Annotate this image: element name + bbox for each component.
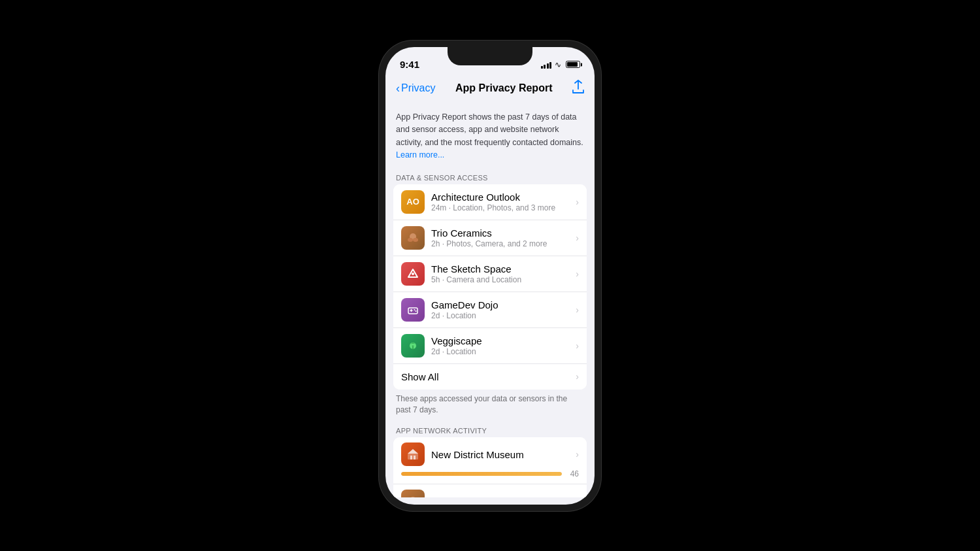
app-info: Trio Ceramics 2h · Photos, Camera, and 2…: [431, 227, 573, 248]
app-icon-ao: AO: [401, 190, 425, 214]
veggi-icon-graphic: [406, 339, 420, 353]
back-label: Privacy: [401, 82, 435, 94]
chevron-right-icon: ›: [576, 449, 579, 459]
list-item[interactable]: Trio Ceramics 2h · Photos, Camera, and 2…: [393, 220, 587, 256]
gamedev-icon-graphic: [406, 303, 420, 317]
svg-point-7: [414, 309, 416, 310]
app-icon-ndm: [401, 442, 425, 466]
list-item[interactable]: Veggiscape 2d · Location ›: [393, 328, 587, 364]
app-name: The Sketch Space: [431, 263, 573, 275]
page-title: App Privacy Report: [455, 82, 552, 94]
chevron-right-icon: ›: [576, 305, 579, 315]
list-item[interactable]: AO Architecture Outlook 24m · Location, …: [393, 184, 587, 220]
back-button[interactable]: ‹ Privacy: [396, 82, 435, 94]
navigation-bar: ‹ Privacy App Privacy Report: [385, 76, 595, 103]
chevron-left-icon: ‹: [396, 82, 400, 94]
bar-item-header: New District Museum ›: [401, 442, 579, 466]
show-all-label: Show All: [401, 371, 439, 382]
description-text: App Privacy Report shows the past 7 days…: [396, 112, 583, 148]
icon-label: AO: [406, 197, 419, 207]
app-name: Trio Ceramics: [431, 227, 573, 239]
ndm-icon-graphic: [406, 447, 420, 461]
chevron-right-icon: ›: [576, 233, 579, 243]
bar-list-item[interactable]: New District Museum › 46: [393, 437, 587, 484]
data-sensor-list: AO Architecture Outlook 24m · Location, …: [393, 184, 587, 390]
app-icon-veggiscape: [401, 334, 425, 358]
bar-item-header: Trio Ceramics ›: [401, 490, 579, 497]
trio-icon-graphic: [405, 230, 421, 246]
svg-rect-12: [410, 456, 412, 459]
svg-point-1: [408, 238, 413, 242]
bar-fill: [401, 472, 562, 476]
learn-more-link[interactable]: Learn more...: [396, 150, 584, 159]
chevron-right-icon: ›: [576, 341, 579, 351]
phone-frame: 9:41 ∿ ‹ Privacy App Privacy Report: [379, 41, 601, 511]
list-item[interactable]: GameDev Dojo 2d · Location ›: [393, 292, 587, 328]
chevron-right-icon: ›: [576, 269, 579, 279]
app-icon-trio-network: [401, 490, 425, 497]
app-detail: 2d · Location: [431, 311, 573, 320]
notch: [448, 47, 532, 65]
svg-rect-13: [414, 456, 416, 459]
trio-network-icon-graphic: [405, 493, 421, 497]
app-detail: 2d · Location: [431, 347, 573, 356]
app-detail: 5h · Camera and Location: [431, 275, 573, 284]
network-activity-list: New District Museum › 46: [393, 437, 587, 497]
svg-point-3: [412, 273, 414, 275]
wifi-icon: ∿: [555, 60, 561, 69]
chevron-right-icon: ›: [576, 496, 579, 497]
data-sensor-header: DATA & SENSOR ACCESS: [385, 169, 595, 184]
app-name: Veggiscape: [431, 335, 573, 346]
chevron-right-icon: ›: [576, 371, 579, 382]
app-info: The Sketch Space 5h · Camera and Locatio…: [431, 263, 573, 284]
app-info: Trio Ceramics: [431, 496, 573, 497]
app-info: Architecture Outlook 24m · Location, Pho…: [431, 192, 573, 212]
app-detail: 2h · Photos, Camera, and 2 more: [431, 239, 573, 248]
app-detail: 24m · Location, Photos, and 3 more: [431, 203, 573, 212]
app-info: New District Museum: [431, 449, 573, 460]
bar-track: [401, 472, 562, 476]
description-section: App Privacy Report shows the past 7 days…: [385, 103, 595, 169]
app-icon-sketch: [401, 262, 425, 286]
chevron-right-icon: ›: [576, 197, 579, 207]
svg-point-2: [413, 238, 418, 242]
bar-value: 46: [566, 469, 579, 478]
bar-list-item[interactable]: Trio Ceramics › 30: [393, 484, 587, 497]
battery-icon: [566, 61, 580, 68]
list-item[interactable]: The Sketch Space 5h · Camera and Locatio…: [393, 256, 587, 292]
share-button[interactable]: [572, 80, 584, 97]
scroll-content[interactable]: App Privacy Report shows the past 7 days…: [385, 103, 595, 497]
app-name: Architecture Outlook: [431, 192, 573, 203]
app-name: GameDev Dojo: [431, 299, 573, 310]
svg-marker-11: [408, 449, 418, 454]
show-all-button[interactable]: Show All ›: [393, 364, 587, 390]
app-info: GameDev Dojo 2d · Location: [431, 299, 573, 320]
status-icons: ∿: [541, 60, 581, 69]
status-time: 9:41: [400, 59, 419, 70]
bar-row: 46: [401, 469, 579, 478]
app-name: New District Museum: [431, 449, 573, 460]
phone-screen: 9:41 ∿ ‹ Privacy App Privacy Report: [385, 47, 595, 505]
signal-icon: [541, 61, 552, 69]
app-name: Trio Ceramics: [431, 496, 573, 497]
data-sensor-footer: These apps accessed your data or sensors…: [385, 390, 595, 422]
app-icon-gamedev: [401, 298, 425, 322]
app-icon-trio: [401, 226, 425, 250]
network-activity-header: APP NETWORK ACTIVITY: [385, 422, 595, 437]
svg-point-8: [416, 310, 417, 312]
app-info: Veggiscape 2d · Location: [431, 335, 573, 356]
svg-rect-10: [408, 454, 418, 459]
sketch-icon-graphic: [406, 267, 420, 281]
